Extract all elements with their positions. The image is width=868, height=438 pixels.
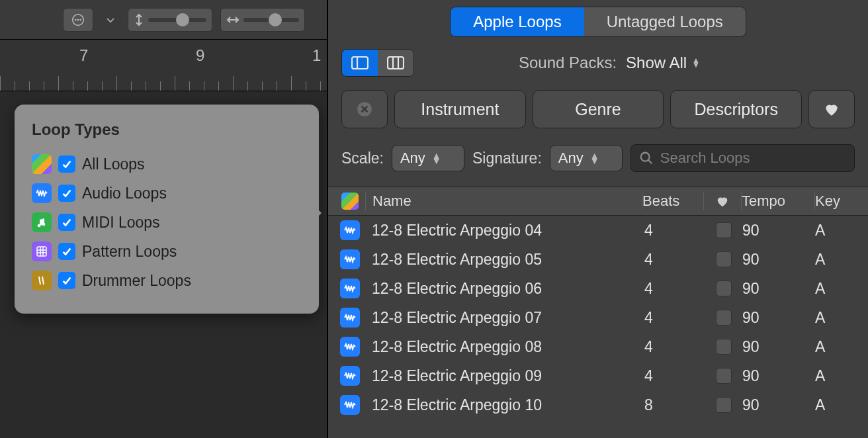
clear-filters-button[interactable] bbox=[341, 90, 388, 128]
timeline-area: 7 9 1 Loop Types All LoopsAudio LoopsMID… bbox=[0, 0, 327, 438]
favorite-checkbox[interactable] bbox=[716, 339, 732, 355]
heart-icon bbox=[715, 194, 730, 208]
column-name[interactable]: Name bbox=[366, 193, 642, 210]
cell-tempo: 90 bbox=[742, 367, 815, 385]
audio-loop-icon bbox=[340, 337, 360, 357]
cell-key: A bbox=[815, 396, 855, 414]
loop-type-row[interactable]: Audio Loops bbox=[32, 179, 302, 208]
svg-point-5 bbox=[42, 223, 46, 226]
table-row[interactable]: 12-8 Electric Arpeggio 08490A bbox=[328, 332, 868, 361]
favorite-checkbox[interactable] bbox=[716, 281, 732, 296]
more-button[interactable] bbox=[63, 8, 93, 32]
svg-point-4 bbox=[38, 224, 41, 228]
table-row[interactable]: 12-8 Electric Arpeggio 07490A bbox=[328, 303, 868, 332]
tab-untagged-loops[interactable]: Untagged Loops bbox=[584, 7, 746, 36]
table-header: Name Beats Tempo Key bbox=[328, 187, 868, 216]
scale-value: Any bbox=[400, 150, 425, 167]
filter-descriptors-button[interactable]: Descriptors bbox=[670, 90, 802, 128]
pattern-loops-icon bbox=[32, 241, 52, 261]
loop-type-label: Audio Loops bbox=[82, 185, 167, 202]
view-mode-segment bbox=[341, 49, 414, 77]
search-input[interactable]: Search Loops bbox=[630, 144, 855, 172]
column-favorite[interactable] bbox=[704, 194, 741, 208]
loop-browser: Apple Loops Untagged Loops Sound Packs: … bbox=[327, 0, 868, 438]
table-row[interactable]: 12-8 Electric Arpeggio 10890A bbox=[328, 390, 868, 419]
cell-key: A bbox=[815, 251, 855, 269]
cell-beats: 8 bbox=[644, 396, 705, 414]
cell-key: A bbox=[815, 367, 855, 385]
audio-loop-icon bbox=[340, 366, 360, 386]
cell-tempo: 90 bbox=[742, 280, 815, 298]
favorite-checkbox[interactable] bbox=[716, 368, 732, 384]
loop-type-checkbox[interactable] bbox=[58, 214, 75, 231]
all-loops-icon bbox=[32, 154, 52, 174]
audio-loop-icon bbox=[340, 249, 360, 269]
more-chevron-icon[interactable] bbox=[101, 8, 120, 32]
cell-name: 12-8 Electric Arpeggio 10 bbox=[365, 396, 644, 414]
view-grid-button[interactable] bbox=[378, 50, 413, 76]
cell-tempo: 90 bbox=[742, 396, 815, 414]
favorite-checkbox[interactable] bbox=[716, 222, 732, 238]
cell-beats: 4 bbox=[644, 222, 705, 240]
loop-type-checkbox[interactable] bbox=[58, 272, 75, 289]
sound-packs-select[interactable]: Show All ▲▼ bbox=[626, 54, 700, 72]
sound-packs-value: Show All bbox=[626, 54, 687, 72]
cell-name: 12-8 Electric Arpeggio 06 bbox=[365, 280, 644, 298]
midi-loops-icon bbox=[32, 212, 52, 232]
column-type-icon[interactable] bbox=[335, 193, 365, 210]
signature-select[interactable]: Any ▲▼ bbox=[550, 145, 623, 171]
horizontal-zoom-slider[interactable] bbox=[220, 8, 305, 32]
cell-name: 12-8 Electric Arpeggio 08 bbox=[365, 338, 644, 356]
filter-instrument-button[interactable]: Instrument bbox=[394, 90, 526, 128]
view-column-button[interactable] bbox=[342, 50, 378, 76]
search-icon bbox=[639, 151, 654, 165]
favorite-checkbox[interactable] bbox=[716, 310, 732, 326]
signature-label: Signature: bbox=[472, 150, 542, 167]
cell-beats: 4 bbox=[644, 309, 705, 327]
ruler-marker: 9 bbox=[196, 46, 204, 65]
filter-favorites-button[interactable] bbox=[808, 90, 855, 128]
loop-type-checkbox[interactable] bbox=[58, 185, 75, 202]
loop-type-row[interactable]: Pattern Loops bbox=[32, 237, 302, 266]
loops-table: Name Beats Tempo Key 12-8 Electric Arpeg… bbox=[328, 187, 868, 419]
loop-type-row[interactable]: Drummer Loops bbox=[32, 266, 302, 295]
cell-tempo: 90 bbox=[742, 222, 815, 240]
filter-genre-button[interactable]: Genre bbox=[533, 90, 664, 128]
cell-tempo: 90 bbox=[742, 251, 815, 269]
loop-type-checkbox[interactable] bbox=[58, 155, 75, 173]
tab-apple-loops[interactable]: Apple Loops bbox=[451, 7, 584, 36]
audio-loop-icon bbox=[340, 395, 360, 415]
favorite-checkbox[interactable] bbox=[716, 251, 732, 267]
svg-rect-11 bbox=[352, 57, 368, 69]
favorite-checkbox[interactable] bbox=[716, 397, 732, 413]
loop-type-row[interactable]: MIDI Loops bbox=[32, 208, 302, 237]
svg-point-1 bbox=[75, 19, 77, 21]
audio-loop-icon bbox=[340, 220, 360, 240]
cell-beats: 4 bbox=[644, 367, 705, 385]
loop-type-checkbox[interactable] bbox=[58, 243, 75, 260]
scale-label: Scale: bbox=[341, 150, 384, 167]
updown-chevron-icon: ▲▼ bbox=[590, 153, 599, 163]
svg-point-3 bbox=[79, 19, 81, 21]
timeline-ruler[interactable]: 7 9 1 bbox=[0, 40, 327, 91]
vertical-zoom-slider[interactable] bbox=[128, 8, 212, 32]
cell-tempo: 90 bbox=[742, 309, 815, 327]
table-row[interactable]: 12-8 Electric Arpeggio 06490A bbox=[328, 274, 868, 303]
table-row[interactable]: 12-8 Electric Arpeggio 09490A bbox=[328, 361, 868, 390]
cell-beats: 4 bbox=[644, 251, 705, 269]
loop-type-row[interactable]: All Loops bbox=[32, 150, 302, 179]
drummer-loops-icon bbox=[32, 271, 52, 290]
svg-point-2 bbox=[77, 19, 79, 21]
cell-name: 12-8 Electric Arpeggio 07 bbox=[365, 309, 644, 327]
table-row[interactable]: 12-8 Electric Arpeggio 05490A bbox=[328, 245, 868, 274]
cell-name: 12-8 Electric Arpeggio 05 bbox=[365, 251, 644, 269]
table-row[interactable]: 12-8 Electric Arpeggio 04490A bbox=[328, 216, 868, 245]
cell-name: 12-8 Electric Arpeggio 04 bbox=[365, 222, 644, 240]
scale-select[interactable]: Any ▲▼ bbox=[392, 145, 464, 171]
column-beats[interactable]: Beats bbox=[642, 193, 703, 210]
cell-key: A bbox=[815, 280, 855, 298]
column-tempo[interactable]: Tempo bbox=[742, 193, 814, 210]
column-key[interactable]: Key bbox=[815, 193, 855, 210]
loop-type-label: All Loops bbox=[82, 155, 145, 173]
loop-type-label: MIDI Loops bbox=[82, 214, 160, 232]
